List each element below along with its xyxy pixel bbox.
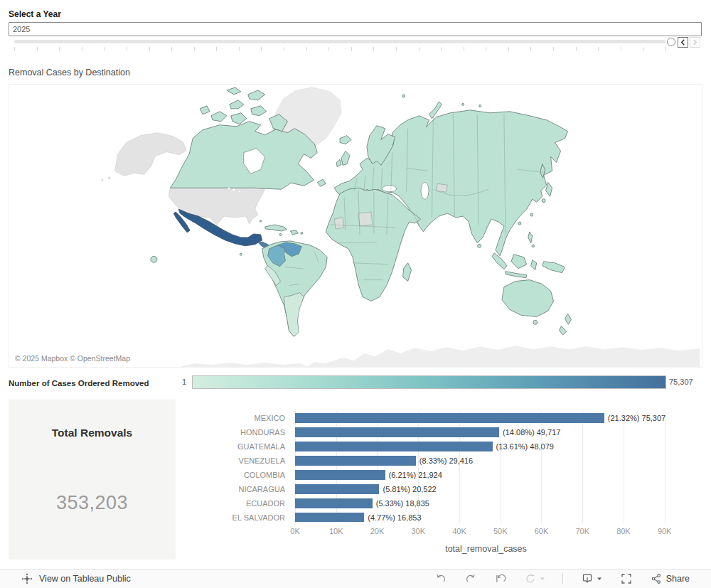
prev-year-button[interactable] [678, 37, 688, 48]
bar-value-label: (21.32%) 75,307 [608, 413, 665, 423]
undo-icon [435, 573, 447, 584]
bar-value-label: (13.61%) 48,079 [496, 442, 554, 451]
x-tick-label: 90K [658, 527, 672, 535]
island-new-zealand [560, 326, 567, 335]
chevron-down-icon [597, 576, 602, 582]
no-data-country [358, 212, 373, 226]
undo-button[interactable] [435, 573, 447, 584]
bar[interactable] [295, 456, 416, 466]
legend-title: Number of Cases Ordered Removed [9, 379, 149, 387]
bar[interactable] [295, 442, 493, 451]
arctic-island [462, 103, 464, 105]
view-on-tableau-public-link[interactable]: View on Tableau Public [21, 573, 131, 584]
island-britain [341, 151, 350, 166]
total-removals-title: Total Removals [9, 427, 176, 439]
bar-value-label: (5.81%) 20,522 [383, 484, 436, 494]
caspian-sea [421, 182, 429, 199]
chevron-down-icon [540, 576, 545, 582]
arctic-island [231, 113, 247, 124]
year-input[interactable] [9, 22, 702, 36]
no-data-country [334, 218, 344, 229]
island-new-zealand [565, 314, 572, 324]
bar[interactable] [295, 484, 379, 494]
bar[interactable] [295, 470, 385, 480]
bar-category-label: NICARAGUA [179, 482, 290, 496]
island-puerto-rico [301, 232, 303, 234]
island-newfoundland [317, 179, 326, 186]
reset-button[interactable] [495, 573, 506, 584]
bar-row: (5.33%) 18,835 [295, 496, 693, 511]
island-madagascar [403, 263, 412, 282]
refresh-button[interactable] [525, 573, 545, 584]
arctic-island [200, 106, 210, 114]
share-button[interactable]: Share [651, 573, 690, 584]
bar-row: (5.81%) 20,522 [295, 482, 693, 496]
island-taiwan [530, 213, 533, 216]
island-iceland [340, 136, 351, 144]
bar[interactable] [295, 513, 364, 522]
bar-category-label: GUATEMALA [179, 439, 290, 454]
legend-gradient-bar [192, 375, 666, 389]
fullscreen-button[interactable] [621, 573, 632, 584]
chevron-left-icon [680, 39, 686, 46]
region-antarctica [180, 363, 307, 367]
chevron-right-icon [692, 39, 698, 46]
map-attribution[interactable]: © 2025 Mapbox © OpenStreetMap [12, 353, 133, 363]
island-galapagos [240, 253, 242, 255]
redo-icon [465, 573, 476, 584]
bar-row: (14.08%) 49,717 [295, 425, 693, 439]
no-data-country [436, 183, 447, 192]
arctic-island [227, 87, 241, 95]
island-philippines [528, 232, 533, 243]
island-tasmania [533, 320, 538, 324]
map-title: Removal Cases by Destination [9, 68, 130, 77]
island-ireland [336, 159, 341, 166]
bar[interactable] [295, 498, 373, 508]
x-tick-label: 60K [535, 527, 549, 535]
bar-category-label: EL SALVADOR [179, 511, 290, 522]
bar-chart-plot: (21.32%) 75,307(14.08%) 49,717(13.61%) 4… [295, 411, 693, 522]
region-australia [502, 280, 554, 317]
arctic-island [251, 106, 267, 116]
island-cuba [265, 225, 287, 231]
reset-icon [495, 573, 506, 584]
redo-button[interactable] [465, 573, 476, 584]
bar-category-label: HONDURAS [179, 425, 290, 439]
island-hispaniola [290, 230, 298, 235]
region-alaska [115, 133, 186, 176]
bar-category-label: COLOMBIA [179, 468, 290, 482]
island-hainan [518, 222, 521, 225]
total-removals-value: 353,203 [9, 492, 176, 514]
bar[interactable] [295, 413, 604, 423]
island-java [506, 272, 527, 278]
island-japan-south [542, 199, 545, 203]
bar-category-label: ECUADOR [179, 496, 290, 511]
island-sulawesi [531, 260, 537, 270]
year-slider-track[interactable] [14, 40, 665, 43]
region-united-states [169, 188, 264, 225]
arctic-island [211, 112, 227, 122]
download-button[interactable] [582, 573, 602, 584]
bar-chart-x-axis-title: total_removal_cases [295, 544, 677, 554]
next-year-button[interactable] [690, 37, 700, 48]
share-icon [651, 573, 662, 584]
bar-category-label: VENEZUELA [179, 454, 290, 468]
great-lake [228, 187, 230, 190]
bar[interactable] [295, 427, 499, 437]
bar-chart-x-axis-ticks: 0K10K20K30K40K50K60K70K80K90K [295, 527, 677, 536]
island-bahamas [260, 220, 261, 222]
year-slider-handle[interactable] [667, 38, 675, 46]
arctic-island [479, 105, 481, 107]
toolbar-divider [562, 573, 563, 584]
island-philippines [532, 245, 535, 247]
great-lake [232, 188, 235, 192]
bar-category-label: MEXICO [179, 411, 290, 425]
x-tick-label: 80K [616, 527, 631, 535]
legend-max-value: 75,307 [669, 378, 693, 386]
bar-chart-category-labels: MEXICOHONDURASGUATEMALAVENEZUELACOLOMBIA… [179, 411, 290, 522]
view-on-tableau-public-label: View on Tableau Public [39, 574, 131, 584]
arctic-island [230, 100, 244, 109]
aleutian-island [108, 177, 110, 179]
world-map[interactable]: © 2025 Mapbox © OpenStreetMap [9, 84, 702, 368]
legend-min-value: 1 [164, 378, 186, 386]
